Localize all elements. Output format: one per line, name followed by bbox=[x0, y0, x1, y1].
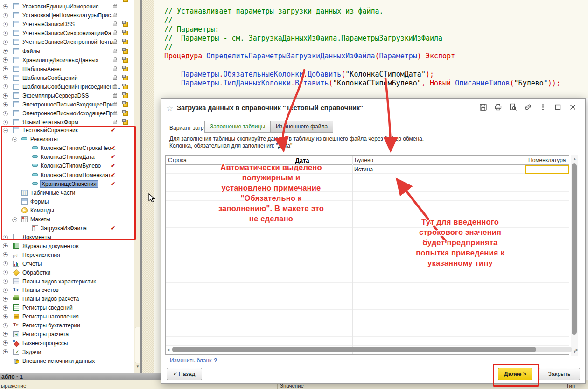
tree-item[interactable]: +Планы счетов bbox=[0, 286, 134, 294]
column-header-4[interactable]: Номенклатура bbox=[526, 156, 569, 165]
expand-icon[interactable]: + bbox=[3, 279, 8, 284]
expand-icon[interactable]: + bbox=[3, 31, 8, 36]
expand-icon[interactable]: + bbox=[3, 297, 8, 302]
tree-item[interactable]: −ТестовыйСправочник✔ bbox=[0, 126, 134, 134]
collapse-icon[interactable]: − bbox=[12, 217, 17, 222]
column-header-1[interactable]: Строка bbox=[166, 156, 252, 165]
expand-icon[interactable]: + bbox=[3, 66, 8, 71]
expand-icon[interactable]: + bbox=[3, 102, 8, 107]
table-row[interactable] bbox=[166, 237, 569, 246]
code-line[interactable]: Параметры.ОбязательныеКолонки.Добавить("… bbox=[164, 70, 434, 78]
favorite-star-icon[interactable]: ☆ bbox=[166, 104, 173, 113]
data-table[interactable]: СтрокаДатаБулевоНоменклатураИстина bbox=[165, 155, 569, 355]
code-line[interactable]: // bbox=[164, 43, 173, 51]
tree-item[interactable]: +Регистры бухгалтерии bbox=[0, 321, 134, 330]
tree-item[interactable]: +УчетныеЗаписиСинхронизацииФа... bbox=[0, 29, 134, 37]
column-header-3[interactable]: Булево bbox=[352, 156, 526, 165]
expand-icon[interactable]: + bbox=[3, 252, 8, 257]
tree-item[interactable]: КолонкаСТипомНоменклат...✔ bbox=[0, 171, 134, 179]
tree-item[interactable]: +Отчеты bbox=[0, 260, 134, 268]
close-button[interactable]: Закрыть bbox=[539, 368, 580, 380]
column-divider[interactable] bbox=[526, 156, 526, 355]
tree-scrollbar-down-icon[interactable]: ▼ bbox=[136, 364, 140, 368]
table-row[interactable] bbox=[166, 300, 569, 309]
tablo-panel-header[interactable]: абло - 1 bbox=[0, 373, 161, 380]
tree-item[interactable]: +Файлы bbox=[0, 47, 134, 56]
tree-item[interactable]: +Журналы документов bbox=[0, 242, 134, 250]
table-vertical-scrollbar[interactable]: ▲ ▼ bbox=[571, 155, 578, 356]
tree-item[interactable]: +УчетныеЗаписиDSS bbox=[0, 20, 134, 28]
code-line[interactable]: Параметры.ТипДанныхКолонки.Вставить("Кол… bbox=[164, 79, 560, 87]
tree-item-label[interactable]: Бизнес-процессы bbox=[22, 340, 68, 347]
back-button[interactable]: < Назад bbox=[167, 368, 202, 380]
variant-option-button[interactable]: Заполнение таблицы bbox=[204, 121, 271, 133]
tree-item-label[interactable]: УчетныеЗаписиDSS bbox=[22, 21, 75, 28]
table-row[interactable] bbox=[166, 183, 569, 192]
table-row[interactable] bbox=[166, 337, 569, 346]
tree-item-label[interactable]: Команды bbox=[30, 207, 54, 214]
expand-icon[interactable]: + bbox=[3, 57, 8, 63]
edit-form-link[interactable]: Изменить бланк bbox=[170, 357, 211, 364]
tree-item-label[interactable]: Планы видов характеристик bbox=[22, 278, 96, 285]
tree-item-label[interactable]: УчетныеЗаписиЭлектроннойПочты bbox=[22, 39, 114, 45]
expand-icon[interactable]: + bbox=[3, 75, 8, 80]
table-row[interactable] bbox=[166, 264, 569, 273]
tree-item-label[interactable]: Отчеты bbox=[22, 261, 42, 267]
print-icon[interactable] bbox=[494, 103, 502, 111]
tree-item[interactable]: +Обработки bbox=[0, 269, 134, 277]
expand-icon[interactable]: + bbox=[3, 349, 8, 354]
tree-item[interactable]: +ШаблоныСообщений bbox=[0, 74, 134, 82]
tree-item[interactable]: +Планы видов характеристик bbox=[0, 277, 134, 286]
expand-icon[interactable]: + bbox=[3, 314, 8, 319]
expand-icon[interactable]: + bbox=[3, 332, 8, 337]
save-icon[interactable] bbox=[479, 103, 487, 111]
tree-scrollbar[interactable]: ▼ bbox=[134, 0, 140, 373]
tree-item[interactable]: +УпаковкиЕдиницыИзмерения bbox=[0, 2, 134, 11]
collapse-icon[interactable]: − bbox=[12, 137, 17, 142]
expand-icon[interactable]: + bbox=[3, 84, 8, 89]
tree-item-label[interactable]: ЯзыкиПечатныхФорм bbox=[22, 119, 78, 126]
tree-item[interactable]: +ЭлектронноеПисьмоИсходящееПр... bbox=[0, 109, 134, 118]
more-icon[interactable] bbox=[539, 103, 547, 111]
expand-icon[interactable]: + bbox=[3, 323, 8, 328]
tree-item[interactable]: Формы bbox=[0, 198, 134, 206]
tree-item[interactable]: +ЭкземплярыСервераDSS bbox=[0, 92, 134, 100]
tree-item[interactable]: +ХранилищеДвоичныхДанных bbox=[0, 56, 134, 64]
tree-item-label[interactable]: Планы счетов bbox=[22, 287, 59, 293]
tree-item-label[interactable]: КолонкаСТипомБулево bbox=[41, 163, 101, 169]
table-row[interactable] bbox=[166, 318, 569, 327]
tree-item-label[interactable]: ХранилищеДвоичныхДанных bbox=[22, 57, 98, 64]
expand-icon[interactable]: + bbox=[3, 261, 8, 266]
tree-item-label[interactable]: Журналы документов bbox=[22, 243, 79, 249]
scroll-right-icon[interactable]: ► bbox=[575, 347, 579, 352]
table-row[interactable] bbox=[166, 228, 569, 237]
column-divider[interactable] bbox=[252, 156, 252, 355]
expand-icon[interactable]: + bbox=[3, 22, 8, 27]
tree-item[interactable]: ХранилищеЗначения✔ bbox=[0, 180, 134, 188]
expand-icon[interactable]: + bbox=[3, 49, 8, 54]
tree-item[interactable]: +ЯзыкиПечатныхФорм bbox=[0, 118, 134, 127]
table-row[interactable] bbox=[166, 174, 569, 183]
table-vscroll-thumb[interactable] bbox=[572, 163, 577, 335]
tree-item-label[interactable]: ЭкземплярыСервераDSS bbox=[22, 92, 89, 99]
table-row[interactable] bbox=[166, 273, 569, 282]
code-line[interactable]: Процедура ОпределитьПараметрыЗагрузкиДан… bbox=[164, 52, 455, 60]
tree-item[interactable]: +Регистры расчета bbox=[0, 330, 134, 339]
tree-item[interactable]: +Перечисления bbox=[0, 251, 134, 259]
expand-icon[interactable]: + bbox=[3, 270, 8, 275]
tree-item-label[interactable]: Задачи bbox=[22, 349, 41, 355]
tree-item-label[interactable]: УпаковкиЕдиницыИзмерения bbox=[22, 3, 98, 10]
code-line[interactable]: // Устанавливает параметры загрузки данн… bbox=[164, 7, 384, 15]
expand-icon[interactable]: + bbox=[3, 120, 8, 125]
expand-icon[interactable]: + bbox=[3, 40, 8, 45]
table-horizontal-scrollbar[interactable]: ◄ ► bbox=[166, 347, 579, 353]
tree-item[interactable]: КолонкаСТипомБулево✔ bbox=[0, 162, 134, 170]
collapse-icon[interactable]: − bbox=[3, 128, 8, 133]
tree-item-label[interactable]: Перечисления bbox=[22, 252, 60, 258]
tree-item-label[interactable]: КолонкаСТипомДата bbox=[41, 154, 95, 160]
tree-item[interactable]: +Регистры сведений bbox=[0, 304, 134, 312]
selected-cell-outline[interactable] bbox=[525, 165, 569, 174]
tree-item[interactable]: Табличные части bbox=[0, 189, 134, 197]
tree-item-label[interactable]: ХранилищеЗначения bbox=[41, 181, 98, 187]
tree-item[interactable]: +Документы bbox=[0, 233, 134, 241]
